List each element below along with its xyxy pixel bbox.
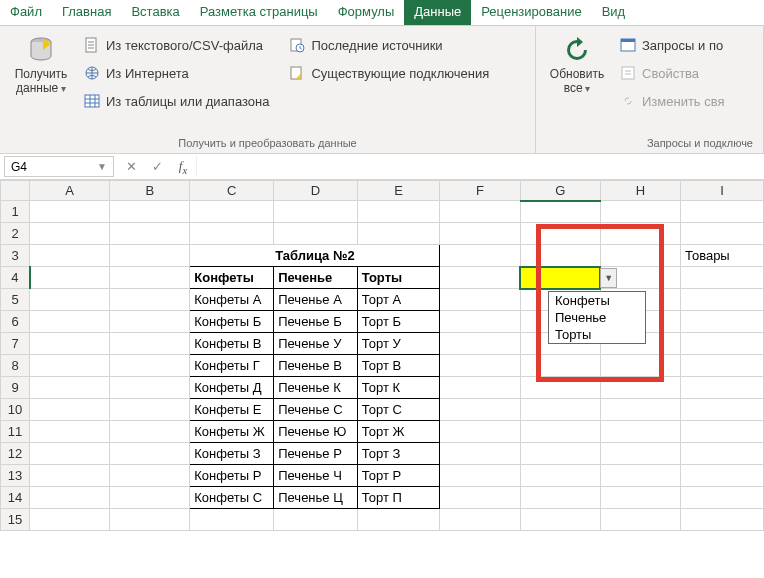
cell-H3[interactable] (600, 245, 680, 267)
cell-F7[interactable] (440, 333, 520, 355)
cell-C4[interactable]: Конфеты (190, 267, 274, 289)
from-text-csv-button[interactable]: Из текстового/CSV-файла (84, 34, 269, 56)
cell-F6[interactable] (440, 311, 520, 333)
recent-sources-button[interactable]: Последние источники (289, 34, 489, 56)
cell-B12[interactable] (110, 443, 190, 465)
cell-G15[interactable] (520, 509, 600, 531)
ribbon-tab-данные[interactable]: Данные (404, 0, 471, 25)
cell-G11[interactable] (520, 421, 600, 443)
cell-D2[interactable] (274, 223, 358, 245)
cell-F10[interactable] (440, 399, 520, 421)
cell-A3[interactable] (30, 245, 110, 267)
cell-D10[interactable]: Печенье С (274, 399, 358, 421)
cancel-formula-button[interactable]: ✕ (118, 159, 144, 174)
row-header-9[interactable]: 9 (1, 377, 30, 399)
ribbon-tab-главная[interactable]: Главная (52, 0, 121, 25)
cell-D14[interactable]: Печенье Ц (274, 487, 358, 509)
cell-G13[interactable] (520, 465, 600, 487)
cell-E6[interactable]: Торт Б (357, 311, 440, 333)
validation-dropdown-arrow[interactable]: ▼ (600, 268, 617, 288)
cell-I10[interactable] (680, 399, 763, 421)
cell-F9[interactable] (440, 377, 520, 399)
get-data-button[interactable]: Получить данные (6, 30, 76, 100)
cell-G8[interactable] (520, 355, 600, 377)
cell-I5[interactable] (680, 289, 763, 311)
cell-F5[interactable] (440, 289, 520, 311)
cell-F13[interactable] (440, 465, 520, 487)
refresh-all-button[interactable]: Обновить все (542, 30, 612, 100)
row-header-2[interactable]: 2 (1, 223, 30, 245)
formula-input[interactable] (196, 156, 764, 177)
cell-H12[interactable] (600, 443, 680, 465)
cell-H13[interactable] (600, 465, 680, 487)
cell-F4[interactable] (440, 267, 520, 289)
cell-B2[interactable] (110, 223, 190, 245)
cell-G9[interactable] (520, 377, 600, 399)
cell-A11[interactable] (30, 421, 110, 443)
cell-H2[interactable] (600, 223, 680, 245)
cell-I1[interactable] (680, 201, 763, 223)
cell-G2[interactable] (520, 223, 600, 245)
ribbon-tab-файл[interactable]: Файл (0, 0, 52, 25)
col-header-F[interactable]: F (440, 181, 520, 201)
cell-G3[interactable] (520, 245, 600, 267)
row-header-13[interactable]: 13 (1, 465, 30, 487)
enter-formula-button[interactable]: ✓ (144, 159, 170, 174)
row-header-14[interactable]: 14 (1, 487, 30, 509)
cell-E4[interactable]: Торты (357, 267, 440, 289)
cell-A15[interactable] (30, 509, 110, 531)
ribbon-tab-разметка страницы[interactable]: Разметка страницы (190, 0, 328, 25)
cell-E15[interactable] (357, 509, 440, 531)
cell-A9[interactable] (30, 377, 110, 399)
cell-I2[interactable] (680, 223, 763, 245)
cell-H10[interactable] (600, 399, 680, 421)
cell-E7[interactable]: Торт У (357, 333, 440, 355)
cell-H1[interactable] (600, 201, 680, 223)
row-header-4[interactable]: 4 (1, 267, 30, 289)
cell-A1[interactable] (30, 201, 110, 223)
cell-B3[interactable] (110, 245, 190, 267)
existing-connections-button[interactable]: Существующие подключения (289, 62, 489, 84)
cell-G12[interactable] (520, 443, 600, 465)
cell-C12[interactable]: Конфеты З (190, 443, 274, 465)
cell-C15[interactable] (190, 509, 274, 531)
cell-C2[interactable] (190, 223, 274, 245)
cell-A10[interactable] (30, 399, 110, 421)
cell-E13[interactable]: Торт Р (357, 465, 440, 487)
cell-G4[interactable]: ▼ (520, 267, 600, 289)
cell-D1[interactable] (274, 201, 358, 223)
cell-F15[interactable] (440, 509, 520, 531)
cell-A14[interactable] (30, 487, 110, 509)
cell-H14[interactable] (600, 487, 680, 509)
cell-A8[interactable] (30, 355, 110, 377)
cell-B11[interactable] (110, 421, 190, 443)
cell-B7[interactable] (110, 333, 190, 355)
cell-B15[interactable] (110, 509, 190, 531)
cell-I9[interactable] (680, 377, 763, 399)
cell-B4[interactable] (110, 267, 190, 289)
col-header-D[interactable]: D (274, 181, 358, 201)
row-header-8[interactable]: 8 (1, 355, 30, 377)
row-header-1[interactable]: 1 (1, 201, 30, 223)
cell-E12[interactable]: Торт З (357, 443, 440, 465)
cell-C7[interactable]: Конфеты В (190, 333, 274, 355)
cell-B13[interactable] (110, 465, 190, 487)
col-header-G[interactable]: G (520, 181, 600, 201)
row-header-15[interactable]: 15 (1, 509, 30, 531)
col-header-A[interactable]: A (30, 181, 110, 201)
cell-I8[interactable] (680, 355, 763, 377)
cell-H11[interactable] (600, 421, 680, 443)
cell-E1[interactable] (357, 201, 440, 223)
cell-C5[interactable]: Конфеты А (190, 289, 274, 311)
cell-H8[interactable] (600, 355, 680, 377)
select-all-corner[interactable] (1, 181, 30, 201)
from-table-range-button[interactable]: Из таблицы или диапазона (84, 90, 269, 112)
cell-A12[interactable] (30, 443, 110, 465)
edit-links-button[interactable]: Изменить свя (620, 90, 725, 112)
cell-E10[interactable]: Торт С (357, 399, 440, 421)
properties-button[interactable]: Свойства (620, 62, 725, 84)
ribbon-tab-формулы[interactable]: Формулы (328, 0, 405, 25)
dropdown-option[interactable]: Торты (549, 326, 645, 343)
cell-E11[interactable]: Торт Ж (357, 421, 440, 443)
cell-G14[interactable] (520, 487, 600, 509)
